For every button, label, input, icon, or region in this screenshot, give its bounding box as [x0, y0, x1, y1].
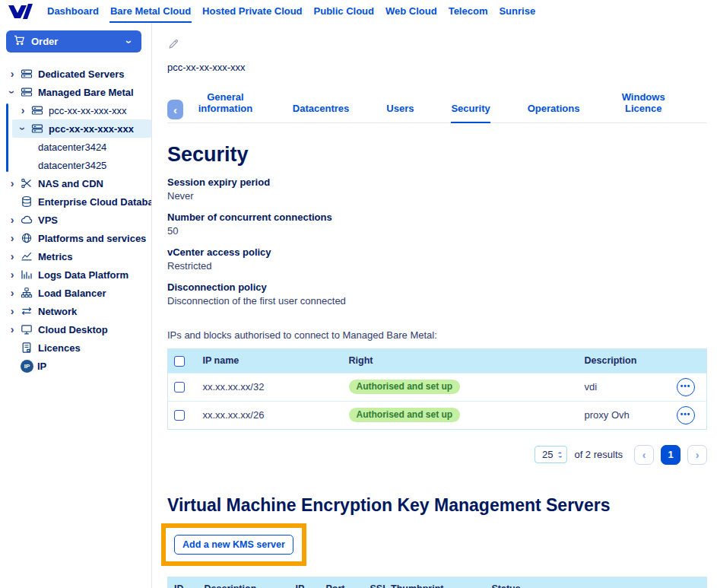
chevron-right-icon: › — [8, 324, 17, 335]
column-header-ip-name: IP name — [197, 349, 343, 373]
cloud-icon — [21, 214, 34, 226]
sidebar: Order › › Dedicated Servers › Managed Ba… — [0, 23, 152, 588]
nav-link-public-cloud[interactable]: Public Cloud — [313, 0, 375, 23]
nav-link-web-cloud[interactable]: Web Cloud — [385, 0, 438, 23]
chevron-right-icon: › — [8, 233, 17, 243]
column-header-ssl-thumbprint: SSL Thumbprint — [364, 577, 486, 588]
arrows-exchange-icon — [21, 305, 34, 317]
ip-badge-icon: IP — [21, 360, 33, 373]
database-icon — [21, 195, 34, 208]
chevron-right-icon: › — [18, 105, 27, 116]
status-badge: Authorised and set up — [349, 408, 461, 422]
sidebar-item-logs-data-platform[interactable]: › Logs Data Platform — [0, 265, 151, 284]
sidebar-item-datacenter3424[interactable]: datacenter3424 — [0, 138, 151, 156]
tab-security[interactable]: Security — [451, 103, 490, 123]
column-header-status: Status — [486, 577, 707, 588]
cart-icon — [14, 35, 25, 48]
line-chart-icon — [21, 250, 34, 262]
sidebar-item-pcc-selected[interactable]: › pcc-xx-xx-xxx-xxx — [12, 119, 151, 138]
sidebar-item-managed-bare-metal[interactable]: › Managed Bare Metal — [0, 83, 151, 101]
chevron-right-icon: › — [8, 306, 17, 316]
table-row: xx.xx.xx.xx/32 Authorised and set up vdi… — [168, 373, 707, 401]
back-button[interactable]: ‹ — [167, 100, 183, 119]
sidebar-item-pcc-collapsed[interactable]: › pcc-xx-xx-xxx-xxx — [0, 101, 151, 119]
page-1-button[interactable]: 1 — [661, 445, 681, 465]
sidebar-item-network[interactable]: › Network — [0, 302, 151, 320]
monitor-icon — [21, 323, 34, 335]
load-balancer-icon — [21, 287, 34, 299]
results-count: of 2 results — [574, 449, 623, 460]
prev-page-button[interactable]: ‹ — [634, 445, 654, 465]
row-checkbox[interactable] — [174, 410, 185, 421]
column-header-right: Right — [343, 349, 579, 373]
sidebar-item-enterprise-cloud-database[interactable]: Enterprise Cloud Database — [0, 192, 151, 211]
tab-general-information[interactable]: General information — [195, 91, 255, 123]
server-icon — [21, 68, 34, 80]
pagination: 25 ›› of 2 results ‹ 1 › — [167, 445, 707, 465]
field-vcenter-access-policy: vCenter access policy Restricted — [167, 246, 707, 272]
sidebar-item-dedicated-servers[interactable]: › Dedicated Servers — [0, 65, 151, 83]
chevron-right-icon: › — [8, 288, 17, 298]
kms-servers-table: ID Description IP Port SSL Thumbprint St… — [167, 577, 707, 588]
row-checkbox[interactable] — [174, 382, 185, 393]
ovhcloud-logo — [8, 0, 33, 23]
chevron-down-icon: › — [124, 37, 135, 46]
column-header-ip: IP — [290, 577, 320, 588]
kms-section-title: Virtual Machine Encryption Key Managemen… — [167, 495, 707, 516]
server-icon — [31, 122, 45, 135]
chevron-down-icon: › — [17, 124, 28, 133]
sidebar-item-vps[interactable]: › VPS — [0, 211, 151, 229]
sidebar-tree: › Dedicated Servers › Managed Bare Metal… — [0, 65, 151, 375]
chevron-right-icon: › — [696, 450, 700, 460]
sidebar-item-nas-and-cdn[interactable]: › NAS and CDN — [0, 174, 151, 192]
pencil-icon — [167, 41, 179, 52]
tab-users[interactable]: Users — [386, 103, 414, 123]
tab-operations[interactable]: Operations — [528, 103, 580, 123]
ip-name-cell: xx.xx.xx.xx/26 — [197, 401, 343, 429]
sidebar-item-cloud-desktop[interactable]: › Cloud Desktop — [0, 320, 151, 338]
row-actions-button[interactable]: ••• — [677, 378, 695, 396]
chevron-right-icon: › — [8, 178, 17, 189]
tab-datacentres[interactable]: Datacentres — [293, 103, 349, 123]
page-title: Security — [167, 143, 707, 167]
service-tabs: ‹ General information Datacentres Users … — [167, 91, 707, 123]
sidebar-item-metrics[interactable]: › Metrics — [0, 247, 151, 265]
sidebar-item-platforms-and-services[interactable]: › Platforms and services — [0, 229, 151, 247]
order-button[interactable]: Order › — [6, 30, 141, 52]
sidebar-item-datacenter3425[interactable]: datacenter3425 — [0, 156, 151, 174]
chevron-right-icon: › — [8, 269, 17, 280]
sidebar-item-load-balancer[interactable]: › Load Balancer — [0, 284, 151, 302]
select-all-checkbox[interactable] — [174, 356, 185, 367]
chevron-right-icon: › — [8, 68, 17, 79]
nav-link-sunrise[interactable]: Sunrise — [498, 0, 536, 23]
next-page-button[interactable]: › — [687, 445, 707, 465]
column-header-port: Port — [320, 577, 364, 588]
order-button-label: Order — [31, 36, 58, 47]
chevron-down-icon: › — [7, 87, 17, 97]
status-badge: Authorised and set up — [349, 380, 461, 394]
add-kms-server-button[interactable]: Add a new KMS server — [174, 535, 293, 555]
page-size-selector[interactable]: 25 ›› — [535, 446, 567, 463]
description-cell: proxy Ovh — [579, 401, 671, 429]
scissors-icon — [21, 177, 34, 189]
document-icon — [21, 342, 34, 354]
nav-link-telecom[interactable]: Telecom — [448, 0, 489, 23]
chevron-right-icon: › — [8, 215, 17, 225]
edit-service-name-button[interactable] — [167, 38, 179, 52]
description-cell: vdi — [579, 373, 671, 401]
nav-link-hosted-private-cloud[interactable]: Hosted Private Cloud — [201, 0, 303, 23]
nav-link-dashboard[interactable]: Dashboard — [46, 0, 100, 23]
nav-link-bare-metal-cloud[interactable]: Bare Metal Cloud — [109, 0, 192, 23]
sidebar-item-licences[interactable]: Licences — [0, 338, 151, 357]
service-name: pcc-xx-xx-xxx-xxx — [167, 62, 707, 73]
top-navigation: Dashboard Bare Metal Cloud Hosted Privat… — [0, 0, 717, 23]
sidebar-item-ip[interactable]: IP IP — [0, 357, 151, 375]
highlight-annotation: Add a new KMS server — [161, 523, 306, 566]
column-header-description: Description — [579, 349, 671, 373]
server-icon — [21, 86, 34, 98]
tab-windows-licence[interactable]: Windows Licence — [617, 91, 670, 123]
row-actions-button[interactable]: ••• — [677, 406, 695, 424]
ip-name-cell: xx.xx.xx.xx/32 — [197, 373, 343, 401]
field-concurrent-connections: Number of concurrent connections 50 — [167, 211, 707, 237]
main-content: pcc-xx-xx-xxx-xxx ‹ General information … — [152, 23, 717, 588]
